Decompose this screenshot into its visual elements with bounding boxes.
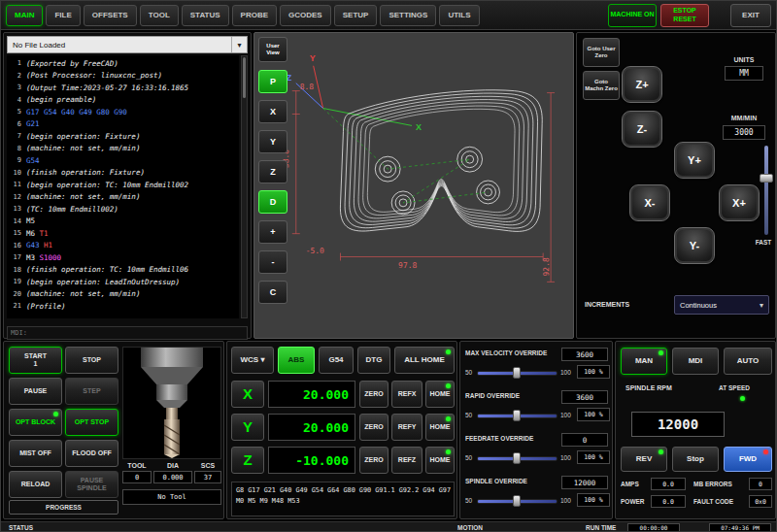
tab-setup[interactable]: SETUP <box>334 5 378 26</box>
wcs-dropdown[interactable]: WCS ▾ <box>231 347 274 374</box>
view-user-button[interactable]: User View <box>258 37 287 62</box>
slider-handle[interactable] <box>513 452 521 464</box>
pause-spindle-button[interactable]: PAUSE SPINDLE <box>65 471 118 498</box>
ref-x-button[interactable]: REFX <box>391 381 422 408</box>
all-home-button[interactable]: ALL HOME <box>394 347 455 374</box>
opt-stop-button[interactable]: OPT STOP <box>65 409 118 436</box>
preview-panel[interactable]: X Y Z <box>253 32 574 339</box>
tool-description: No Tool <box>122 489 221 505</box>
jog-x-plus-button[interactable]: X+ <box>719 184 760 221</box>
axis-y-button[interactable]: Y <box>231 414 264 441</box>
jog-y-minus-button[interactable]: Y- <box>674 227 715 264</box>
override-label: RAPID OVERRIDE <box>465 392 520 399</box>
gcode-line-number: 4 <box>7 96 21 104</box>
view-z-button[interactable]: Z <box>258 160 287 183</box>
jog-z-plus-button[interactable]: Z+ <box>622 66 662 103</box>
spindle-stop-button[interactable]: Stop <box>672 447 719 472</box>
gcode-listing[interactable]: 1(Exported by FreeCAD)2(Post Processor: … <box>7 55 239 318</box>
jog-y-plus-button[interactable]: Y+ <box>674 142 715 179</box>
gcode-line: 5G17 G54 G40 G49 G80 G90 <box>7 106 239 118</box>
tab-status[interactable]: STATUS <box>182 5 229 26</box>
at-speed-label: AT SPEED <box>719 384 750 391</box>
pause-button[interactable]: PAUSE <box>9 378 62 405</box>
reload-button[interactable]: RELOAD <box>9 471 62 498</box>
axis-x-button[interactable]: X <box>231 381 264 408</box>
cycle-start-button[interactable]: START1 <box>9 347 62 374</box>
dtg-button[interactable]: DTG <box>357 347 390 374</box>
overrides-panel: MAX VELOCITY OVERRIDE 3600 50 100 100 % … <box>459 341 613 519</box>
feedrate-override-slider[interactable] <box>477 451 557 465</box>
jog-speed-slider[interactable] <box>760 146 773 235</box>
opt-block-button[interactable]: OPT BLOCK <box>9 409 62 436</box>
zero-y-button[interactable]: ZERO <box>359 414 388 441</box>
zoom-out-button[interactable]: - <box>258 250 287 274</box>
run-time-value: 00:00:00 <box>627 523 680 532</box>
spindle-fwd-button[interactable]: FWD <box>724 447 772 472</box>
gcode-line-number: 15 <box>7 229 21 237</box>
tab-tool[interactable]: TOOL <box>140 5 179 26</box>
jog-z-minus-button[interactable]: Z- <box>622 111 662 148</box>
slider-handle[interactable] <box>513 410 521 421</box>
step-button[interactable]: STEP <box>65 378 118 405</box>
view-y-button[interactable]: Y <box>258 130 287 153</box>
spindle-rpm-display: 12000 <box>631 412 725 437</box>
tab-probe[interactable]: PROBE <box>232 5 277 26</box>
auto-mode-button[interactable]: AUTO <box>724 348 772 375</box>
tab-offsets[interactable]: OFFSETS <box>84 5 137 26</box>
chevron-down-icon: ▾ <box>260 355 264 364</box>
tab-gcodes[interactable]: GCODES <box>280 5 331 26</box>
g54-button[interactable]: G54 <box>319 347 354 374</box>
amps-value: 0.0 <box>651 478 686 490</box>
dim-bottom-left: -5.0 <box>306 247 324 255</box>
tab-settings[interactable]: SETTINGS <box>380 5 436 26</box>
gcode-scrollbar[interactable] <box>241 55 248 318</box>
home-z-button[interactable]: HOME <box>425 447 455 474</box>
goto-machine-zero-button[interactable]: Goto Machn Zero <box>583 71 620 100</box>
exit-button[interactable]: EXIT <box>730 4 771 27</box>
jog-x-minus-button[interactable]: X- <box>629 184 670 221</box>
view-dimensions-button[interactable]: D <box>258 190 287 214</box>
scrollbar-thumb[interactable] <box>243 57 246 98</box>
gcode-line-number: 11 <box>7 181 21 188</box>
mist-button[interactable]: MIST OFF <box>9 440 62 467</box>
flood-button[interactable]: FLOOD OFF <box>65 440 118 467</box>
fault-code-label: FAULT CODE <box>693 498 733 505</box>
spindle-panel: MAN MDI AUTO SPINDLE RPM AT SPEED 12000 … <box>615 341 776 519</box>
slider-min-label: 50 <box>465 454 472 461</box>
home-y-button[interactable]: HOME <box>425 414 455 441</box>
zoom-in-button[interactable]: + <box>258 220 287 244</box>
zero-z-button[interactable]: ZERO <box>359 447 388 474</box>
override-label: SPINDLE OVERRIDE <box>465 478 527 484</box>
axis-z-button[interactable]: Z <box>231 447 264 474</box>
tab-utils[interactable]: UTILS <box>439 5 479 26</box>
increments-dropdown[interactable]: Continuous ▾ <box>674 295 769 315</box>
ref-z-button[interactable]: REFZ <box>391 447 422 474</box>
view-clear-button[interactable]: C <box>258 281 287 304</box>
gcode-line-number: 10 <box>7 169 21 177</box>
file-selector[interactable]: No File Loaded ▾ <box>7 36 248 53</box>
estop-reset-button[interactable]: ESTOP RESET <box>660 4 709 27</box>
spindle-rev-button[interactable]: REV <box>621 447 667 472</box>
man-mode-button[interactable]: MAN <box>621 348 667 375</box>
slider-handle[interactable] <box>513 495 521 507</box>
home-x-button[interactable]: HOME <box>425 381 455 408</box>
max-velocity-slider[interactable] <box>477 366 557 380</box>
mdi-mode-button[interactable]: MDI <box>672 348 719 375</box>
view-x-button[interactable]: X <box>258 100 287 123</box>
zero-x-button[interactable]: ZERO <box>359 381 388 408</box>
abs-button[interactable]: ABS <box>278 347 315 374</box>
goto-user-zero-button[interactable]: Goto User Zero <box>583 38 620 67</box>
machine-on-button[interactable]: MACHINE ON <box>608 4 657 27</box>
status-label: STATUS <box>9 524 33 531</box>
tab-main[interactable]: MAIN <box>6 5 43 26</box>
tab-file[interactable]: FILE <box>46 5 80 26</box>
slider-handle[interactable] <box>760 174 773 183</box>
units-value: MM <box>725 66 763 81</box>
slider-handle[interactable] <box>513 367 521 379</box>
view-perspective-button[interactable]: P <box>258 70 287 93</box>
ref-y-button[interactable]: REFY <box>391 414 422 441</box>
stop-button[interactable]: STOP <box>65 347 118 374</box>
mdi-input[interactable] <box>7 326 248 340</box>
rapid-override-slider[interactable] <box>477 409 557 422</box>
spindle-override-slider[interactable] <box>477 494 557 508</box>
